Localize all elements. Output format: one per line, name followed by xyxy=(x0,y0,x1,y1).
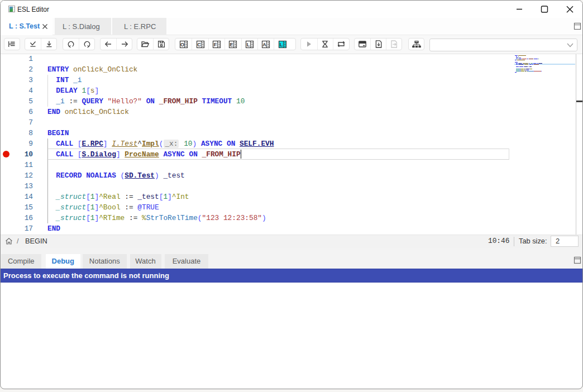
svg-text:L: L xyxy=(279,41,283,47)
svg-text:O: O xyxy=(180,41,184,47)
svg-text:E: E xyxy=(230,41,233,47)
svg-text:A: A xyxy=(262,41,266,47)
svg-text:C: C xyxy=(197,41,201,47)
svg-text:F: F xyxy=(214,41,217,47)
svg-text:L: L xyxy=(246,41,250,47)
